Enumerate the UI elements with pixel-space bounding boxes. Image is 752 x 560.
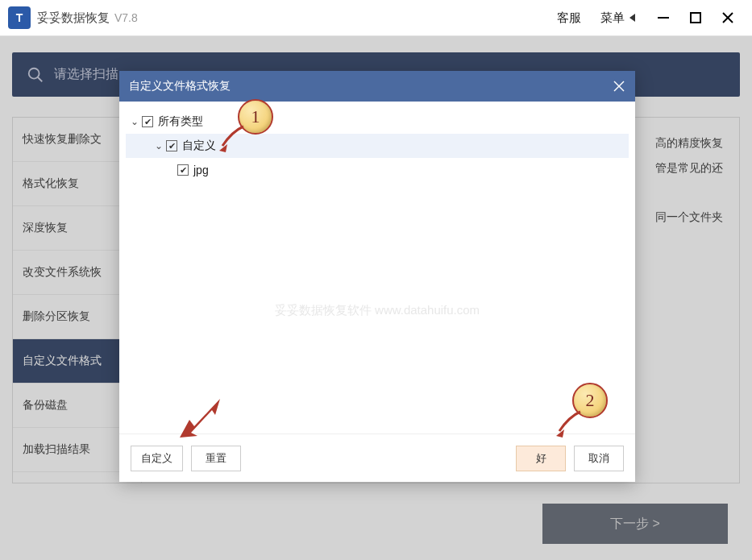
tree-root-label: 所有类型 (158, 114, 203, 129)
tree-jpg-label: jpg (193, 164, 209, 176)
triangle-left-icon (628, 13, 638, 23)
svg-marker-0 (629, 14, 635, 22)
chevron-down-icon[interactable]: ⌄ (129, 116, 140, 127)
arrow-annotation-icon (173, 391, 230, 447)
checkbox-all-types[interactable]: ✔ (142, 116, 153, 127)
file-type-tree: ⌄ ✔ 所有类型 ⌄ ✔ 自定义 ✔ jpg (126, 110, 629, 182)
tree-jpg-row[interactable]: ✔ jpg (126, 158, 629, 182)
app-logo: T (8, 6, 31, 29)
custom-button[interactable]: 自定义 (131, 446, 183, 471)
tree-custom-row[interactable]: ⌄ ✔ 自定义 (126, 134, 629, 158)
titlebar: T 妥妥数据恢复 V7.8 客服 菜单 (0, 0, 752, 36)
cancel-button[interactable]: 取消 (574, 446, 624, 471)
tree-custom-label: 自定义 (182, 139, 216, 153)
checkbox-jpg[interactable]: ✔ (177, 164, 189, 176)
svg-rect-2 (691, 13, 700, 23)
maximize-button[interactable] (679, 2, 712, 34)
modal-close-button[interactable] (613, 80, 625, 93)
checkbox-custom[interactable]: ✔ (166, 140, 177, 151)
main-area: 请选择扫描 快速恢复删除文 格式化恢复 深度恢复 改变文件系统恢 删除分区恢复 … (0, 36, 752, 560)
modal-body: ⌄ ✔ 所有类型 ⌄ ✔ 自定义 ✔ jpg 妥妥数据恢复软件 www.data… (119, 102, 635, 433)
watermark-text: 妥妥数据恢复软件 www.datahuifu.com (119, 303, 635, 318)
app-version: V7.8 (114, 11, 138, 24)
close-window-button[interactable] (712, 2, 744, 34)
tree-root-row[interactable]: ⌄ ✔ 所有类型 (126, 110, 629, 134)
callout-1-tail-icon (218, 122, 250, 154)
reset-button[interactable]: 重置 (191, 446, 241, 471)
callout-2-tail-icon (555, 407, 587, 439)
chevron-down-icon[interactable]: ⌄ (153, 140, 164, 151)
close-icon (613, 80, 625, 93)
menu-label: 菜单 (600, 10, 625, 26)
modal-title: 自定义文件格式恢复 (129, 79, 231, 93)
support-link[interactable]: 客服 (557, 10, 581, 26)
modal-header: 自定义文件格式恢复 (119, 71, 635, 102)
minimize-button[interactable] (647, 2, 679, 34)
ok-button[interactable]: 好 (516, 446, 566, 471)
app-title: 妥妥数据恢复 (37, 10, 110, 26)
svg-marker-10 (180, 399, 220, 438)
menu-link[interactable]: 菜单 (600, 10, 638, 26)
